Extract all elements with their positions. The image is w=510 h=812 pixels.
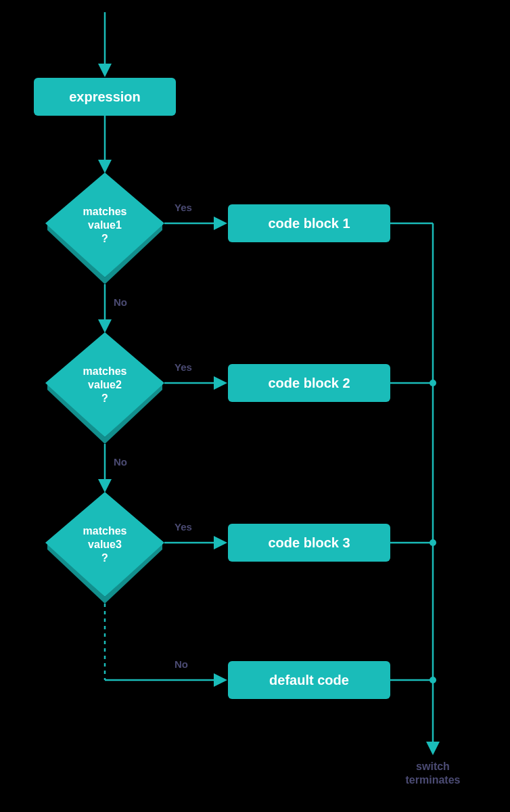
node-decision-value3: matches value3 ? [45, 492, 164, 604]
decision3-line1: matches [83, 525, 127, 537]
decision3-line3: ? [101, 552, 108, 564]
terminate-label-line1: switch [416, 761, 450, 772]
codeblock2-label: code block 2 [268, 376, 350, 390]
edge-d3-no-label: No [175, 658, 188, 670]
node-decision-value1: matches value1 ? [45, 173, 164, 284]
node-expression-label: expression [69, 89, 141, 104]
decision1-line3: ? [101, 233, 108, 244]
node-decision-value2: matches value2 ? [45, 332, 164, 444]
decision2-line1: matches [83, 365, 127, 377]
node-codeblock-1: code block 1 [228, 204, 390, 242]
terminate-label-line2: terminates [406, 774, 461, 786]
codeblock3-label: code block 3 [268, 535, 350, 550]
node-codeblock-2: code block 2 [228, 364, 390, 402]
decision1-line1: matches [83, 206, 127, 217]
decision1-line2: value1 [88, 219, 122, 231]
edge-d2-no-label: No [114, 456, 127, 468]
node-codeblock-3: code block 3 [228, 524, 390, 562]
decision2-line3: ? [101, 392, 108, 404]
codeblock1-label: code block 1 [268, 216, 350, 231]
decision3-line2: value3 [88, 539, 122, 550]
edge-d2-yes-label: Yes [175, 361, 192, 373]
edge-d1-no-label: No [114, 296, 127, 308]
node-expression: expression [34, 78, 176, 116]
node-default-code: default code [228, 661, 390, 699]
decision2-line2: value2 [88, 379, 122, 390]
edge-d1-yes-label: Yes [175, 202, 192, 213]
edge-d3-yes-label: Yes [175, 521, 192, 533]
default-code-label: default code [269, 673, 349, 687]
